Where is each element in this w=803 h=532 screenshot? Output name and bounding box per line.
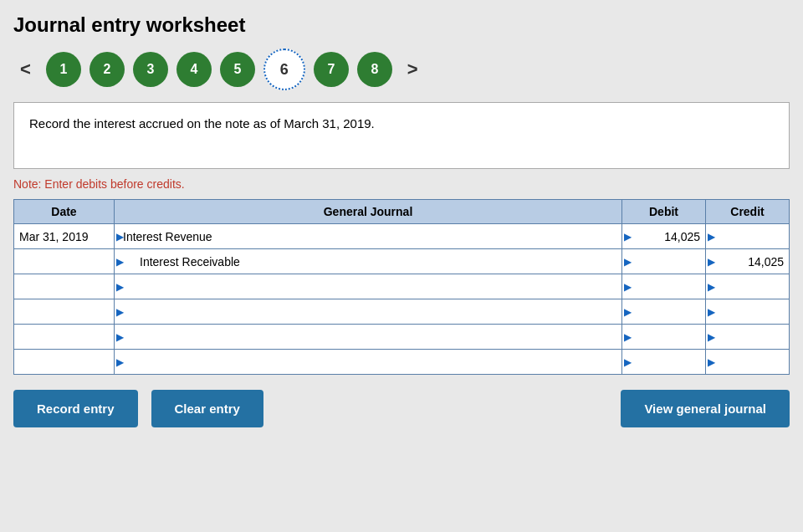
view-general-journal-button[interactable]: View general journal [621,390,790,427]
tab-1[interactable]: 1 [46,52,81,87]
gj-cell-0[interactable]: ▶ [115,224,622,249]
gj-cell-3[interactable]: ▶ [115,299,622,325]
credit-cell-3[interactable]: ▶ [706,299,790,325]
arrow-icon: ▶ [624,331,632,343]
instruction-text: Record the interest accrued on the note … [29,116,375,130]
date-cell-1[interactable] [14,249,115,274]
tab-4[interactable]: 4 [176,52,212,87]
tab-3[interactable]: 3 [133,52,168,87]
date-input-4[interactable] [19,330,109,344]
credit-input-0[interactable] [711,230,784,243]
arrow-icon: ▶ [116,356,124,368]
arrow-icon: ▶ [708,231,715,243]
table-row: ▶▶▶ [14,350,790,375]
date-cell-5[interactable] [14,350,115,375]
arrow-icon: ▶ [708,356,715,368]
debit-input-4[interactable] [627,330,700,344]
table-row: ▶▶▶ [14,224,790,249]
tab-2[interactable]: 2 [90,52,125,87]
credit-cell-2[interactable]: ▶ [706,274,790,299]
arrow-icon: ▶ [624,231,632,243]
tab-7[interactable]: 7 [314,52,349,87]
debit-cell-2[interactable]: ▶ [622,274,706,299]
date-input-3[interactable] [19,305,109,319]
gj-cell-5[interactable]: ▶ [115,350,622,375]
arrow-icon: ▶ [116,256,124,268]
clear-entry-button[interactable]: Clear entry [151,390,263,427]
date-input-0[interactable] [19,230,109,243]
gj-cell-1[interactable]: ▶ [115,249,622,274]
debit-cell-5[interactable]: ▶ [622,350,706,375]
debit-input-2[interactable] [627,280,700,294]
debit-input-5[interactable] [627,356,700,369]
date-input-1[interactable] [19,255,109,269]
arrow-icon: ▶ [708,331,715,343]
arrow-icon: ▶ [116,331,124,343]
prev-button[interactable]: < [13,55,38,84]
credit-cell-0[interactable]: ▶ [706,224,790,249]
note-text: Note: Enter debits before credits. [13,177,790,191]
table-row: ▶▶▶ [14,274,790,299]
gj-input-4[interactable] [120,330,616,344]
credit-cell-4[interactable]: ▶ [706,325,790,350]
gj-input-5[interactable] [120,356,616,369]
arrow-icon: ▶ [624,256,632,268]
col-header-gj: General Journal [115,200,622,224]
tab-6[interactable]: 6 [263,49,305,90]
arrow-icon: ▶ [624,306,632,318]
gj-cell-2[interactable]: ▶ [115,274,622,299]
debit-cell-0[interactable]: ▶ [622,224,706,249]
tab-navigation: < 1 2 3 4 5 6 7 8 > [13,49,790,90]
date-cell-3[interactable] [14,299,115,325]
credit-input-2[interactable] [711,280,784,294]
gj-input-0[interactable] [120,230,616,243]
debit-cell-4[interactable]: ▶ [622,325,706,350]
arrow-icon: ▶ [116,281,124,293]
tab-5[interactable]: 5 [220,52,255,87]
gj-input-3[interactable] [120,305,616,319]
debit-cell-1[interactable]: ▶ [622,249,706,274]
arrow-icon: ▶ [624,281,632,293]
table-row: ▶▶▶ [14,299,790,325]
gj-input-2[interactable] [120,280,616,294]
tab-8[interactable]: 8 [357,52,392,87]
instruction-box: Record the interest accrued on the note … [13,102,790,169]
debit-input-0[interactable] [627,230,700,243]
arrow-icon: ▶ [708,256,715,268]
page-title: Journal entry worksheet [13,13,790,37]
date-cell-4[interactable] [14,325,115,350]
arrow-icon: ▶ [624,356,632,368]
arrow-icon: ▶ [708,281,715,293]
arrow-icon: ▶ [116,231,124,243]
date-cell-0[interactable] [14,224,115,249]
credit-input-4[interactable] [711,330,784,344]
col-header-debit: Debit [622,200,706,224]
debit-cell-3[interactable]: ▶ [622,299,706,325]
credit-input-5[interactable] [711,356,784,369]
date-input-2[interactable] [19,280,109,294]
credit-cell-5[interactable]: ▶ [706,350,790,375]
gj-cell-4[interactable]: ▶ [115,325,622,350]
col-header-credit: Credit [706,200,790,224]
next-button[interactable]: > [401,55,425,84]
record-entry-button[interactable]: Record entry [13,390,138,427]
table-row: ▶▶▶ [14,249,790,274]
journal-table: Date General Journal Debit Credit ▶▶▶▶▶▶… [13,199,790,375]
action-buttons-row: Record entry Clear entry View general jo… [13,390,790,427]
arrow-icon: ▶ [116,306,124,318]
gj-input-1[interactable] [120,255,616,269]
credit-cell-1[interactable]: ▶ [706,249,790,274]
table-row: ▶▶▶ [14,325,790,350]
date-cell-2[interactable] [14,274,115,299]
debit-input-3[interactable] [627,305,700,319]
col-header-date: Date [14,200,115,224]
arrow-icon: ▶ [708,306,715,318]
date-input-5[interactable] [19,356,109,369]
credit-input-1[interactable] [711,255,784,269]
credit-input-3[interactable] [711,305,784,319]
debit-input-1[interactable] [627,255,700,269]
